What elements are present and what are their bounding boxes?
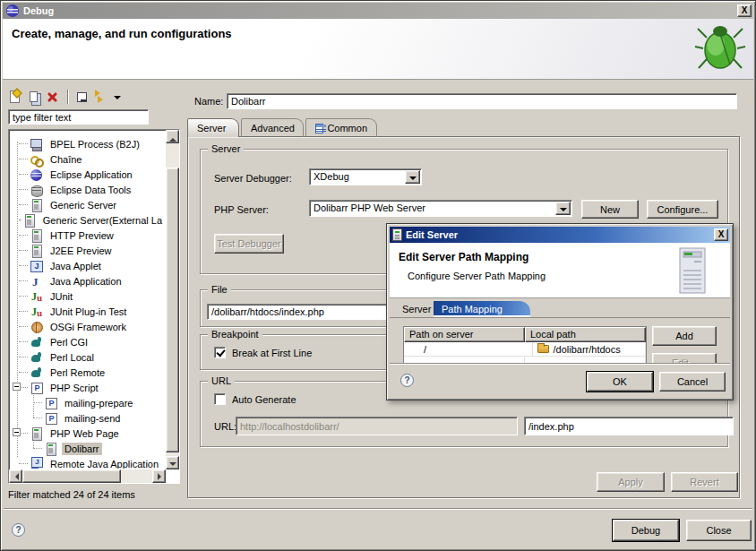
scroll-left-arrow[interactable] [9, 469, 22, 483]
ok-button[interactable]: OK [587, 372, 653, 392]
new-config-icon[interactable] [10, 90, 20, 103]
edit-server-dialog: Edit Server X Edit Server Path Mapping C… [386, 223, 734, 400]
delete-config-icon[interactable] [46, 90, 60, 104]
scrollbar-thumb[interactable] [22, 469, 121, 483]
tree-connector [33, 402, 42, 403]
tree-connector [19, 250, 28, 251]
tree-item-http-preview[interactable]: HTTP Preview [10, 228, 165, 243]
auto-generate-checkbox[interactable] [214, 393, 226, 405]
dialog-titlebar[interactable]: Edit Server X [390, 227, 730, 243]
configure-server-button[interactable]: Configure... [647, 200, 718, 219]
cancel-button[interactable]: Cancel [659, 372, 726, 392]
tree-item-label: mailing-prepare [62, 397, 135, 409]
dialog-tab-path-mapping[interactable]: Path Mapping [434, 301, 530, 317]
tree-item-generic-server[interactable]: Generic Server [10, 197, 165, 212]
collapse-expander-icon[interactable] [13, 428, 21, 436]
tree-item-label: Perl CGI [47, 336, 90, 349]
banner-title: Create, manage, and run configurations [12, 27, 232, 40]
add-mapping-button[interactable]: Add [652, 326, 717, 346]
tree-connector [19, 296, 28, 297]
tree-item-perl-cgi[interactable]: Perl CGI [10, 334, 165, 349]
scroll-right-arrow[interactable] [152, 469, 166, 483]
auto-generate-label: Auto Generate [232, 394, 296, 405]
debug-configurations-window: Debug X Create, manage, and run configur… [0, 0, 756, 551]
dialog-tab-server[interactable]: Server [394, 301, 439, 317]
tree-item-j2ee-preview[interactable]: J2EE Preview [10, 243, 165, 258]
url-path-input[interactable] [524, 417, 734, 435]
tree-item-osgi-framework[interactable]: OSGi Framework [10, 319, 165, 334]
php-server-select[interactable]: Dolibarr PHP Web Server [309, 200, 572, 217]
tree-item-java-applet[interactable]: Java Applet [10, 258, 165, 273]
tree-item-label: Java Applet [47, 260, 104, 272]
tree-item-bpel-process-b2j-[interactable]: BPEL Process (B2J) [10, 136, 165, 151]
java-applet-icon [30, 259, 44, 273]
name-input[interactable] [227, 93, 737, 109]
dialog-help-icon[interactable]: ? [400, 374, 414, 387]
dialog-title: Edit Server [406, 229, 458, 240]
dialog-close-button[interactable]: X [714, 228, 728, 241]
column-header-local-path[interactable]: Local path [525, 327, 646, 342]
tree-item-mailing-prepare[interactable]: mailing-prepare [10, 395, 165, 410]
scroll-down-arrow[interactable] [166, 456, 179, 469]
tree-item-eclipse-application[interactable]: Eclipse Application [10, 167, 165, 182]
perl-icon [30, 335, 44, 349]
tree-connector [19, 357, 28, 357]
tree-item-php-script[interactable]: PHP Script [10, 380, 165, 395]
close-button[interactable]: Close [686, 520, 752, 541]
local-path-text: /dolibarr/htdocs [554, 344, 621, 355]
tree-item-perl-local[interactable]: Perl Local [10, 349, 165, 365]
scroll-up-arrow[interactable] [166, 130, 179, 143]
chevron-down-icon[interactable] [555, 202, 571, 215]
tree-item-eclipse-data-tools[interactable]: Eclipse Data Tools [10, 182, 165, 197]
tree-connector [19, 220, 21, 220]
debug-button[interactable]: Debug [613, 520, 679, 541]
filter-status-text: Filter matched 24 of 24 items [8, 489, 135, 500]
tree-horizontal-scrollbar[interactable] [9, 469, 166, 483]
help-icon[interactable]: ? [12, 523, 25, 537]
new-server-button[interactable]: New [581, 200, 639, 219]
collapse-all-icon[interactable] [77, 92, 87, 102]
configurations-tree[interactable]: BPEL Process (B2J)ChaîneEclipse Applicat… [8, 129, 180, 484]
tree-vertical-scrollbar[interactable] [166, 130, 179, 469]
dropdown-arrow-icon[interactable] [114, 90, 121, 104]
break-at-first-line-checkbox[interactable] [214, 347, 226, 358]
window-close-button[interactable]: X [737, 4, 752, 17]
tab-server[interactable]: Server [187, 118, 239, 137]
path-on-server-cell[interactable]: / [404, 342, 533, 356]
eclipse-icon [5, 4, 20, 18]
tree-item-label: Java Application [47, 275, 125, 288]
tree-item-perl-remote[interactable]: Perl Remote [10, 365, 165, 380]
filter-input[interactable] [8, 109, 149, 125]
server-group-legend: Server [208, 143, 244, 154]
tab-advanced[interactable]: Advanced [241, 118, 304, 137]
window-titlebar[interactable]: Debug X [3, 3, 753, 19]
tree-item-junit-plug-in-test[interactable]: JUnit Plug-in Test [10, 304, 165, 319]
debug-bug-icon [694, 22, 746, 75]
tree-connector [19, 189, 28, 190]
tree-item-cha-ne[interactable]: Chaîne [10, 151, 165, 167]
collapse-expander-icon[interactable] [13, 383, 21, 391]
tree-item-dolibarr[interactable]: Dolibarr [10, 441, 165, 456]
tree-connector [19, 204, 28, 205]
tree-item-java-application[interactable]: Java Application [10, 273, 165, 288]
tree-item-label: Perl Remote [47, 366, 107, 379]
chevron-down-icon[interactable] [405, 170, 420, 184]
tree-item-php-web-page[interactable]: PHP Web Page [10, 426, 165, 441]
tree-item-generic-server-external-la[interactable]: Generic Server(External La [10, 212, 165, 228]
tree-item-mailing-send[interactable]: mailing-send [10, 410, 165, 426]
filter-launch-icon[interactable] [94, 90, 108, 104]
table-icon [315, 124, 323, 133]
tree-item-junit[interactable]: JUnit [10, 288, 165, 304]
local-path-cell[interactable]: /dolibarr/htdocs [533, 342, 647, 356]
tree-item-label: JUnit [47, 290, 75, 303]
duplicate-config-icon[interactable] [30, 91, 38, 102]
tree-item-remote-java-application[interactable]: Remote Java Application [10, 456, 165, 469]
server-debugger-select[interactable]: XDebug [309, 168, 422, 185]
column-header-path-on-server[interactable]: Path on server [404, 327, 525, 342]
break-at-first-line-label: Break at First Line [232, 348, 312, 358]
scrollbar-thumb[interactable] [166, 168, 179, 452]
tab-common[interactable]: Common [305, 118, 377, 137]
tree-connector [19, 280, 28, 281]
path-mapping-row[interactable]: //dolibarr/htdocs [404, 342, 646, 357]
toolbar-separator [67, 90, 68, 104]
